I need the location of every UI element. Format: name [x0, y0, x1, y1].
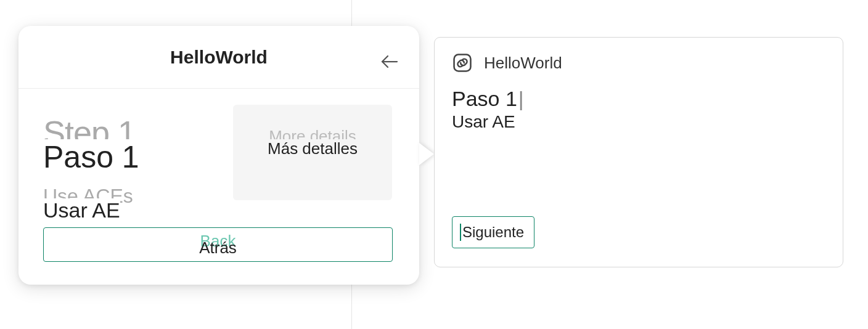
svg-rect-1: [454, 55, 471, 71]
back-arrow-icon[interactable]: [379, 51, 401, 73]
text-cursor: |: [518, 87, 524, 110]
card-step-text: Paso 1: [452, 87, 517, 110]
back-button-label: Atrás: [199, 238, 237, 258]
dialog-title: HelloWorld: [170, 47, 268, 68]
link-icon: [452, 52, 473, 73]
dialog-header: HelloWorld: [18, 26, 419, 89]
input-cursor: [460, 224, 461, 241]
back-button[interactable]: Back Atrás: [43, 227, 393, 262]
next-button[interactable]: Siguiente: [452, 216, 534, 248]
card-subtitle-text: Usar AE: [452, 112, 515, 131]
card-header: HelloWorld: [452, 52, 825, 73]
next-button-label: Siguiente: [462, 224, 524, 241]
step-heading: Paso 1: [43, 139, 139, 175]
card-preview: HelloWorld Paso 1| Usar AE Siguiente: [434, 37, 843, 267]
detail-label: Más detalles: [268, 139, 358, 158]
detail-card[interactable]: More details Más detalles: [233, 105, 392, 200]
quick-view-dialog: HelloWorld Step 1 Paso 1 Use ACEs Usar A…: [18, 26, 419, 285]
subtitle-label: Usar AE: [43, 198, 120, 222]
card-title: HelloWorld: [484, 54, 562, 73]
callout-pointer: [419, 143, 434, 165]
card-step-heading: Paso 1|: [452, 87, 825, 111]
dialog-body: Step 1 Paso 1 Use ACEs Usar AE More deta…: [18, 89, 419, 113]
card-subtitle: Usar AE: [452, 112, 825, 132]
